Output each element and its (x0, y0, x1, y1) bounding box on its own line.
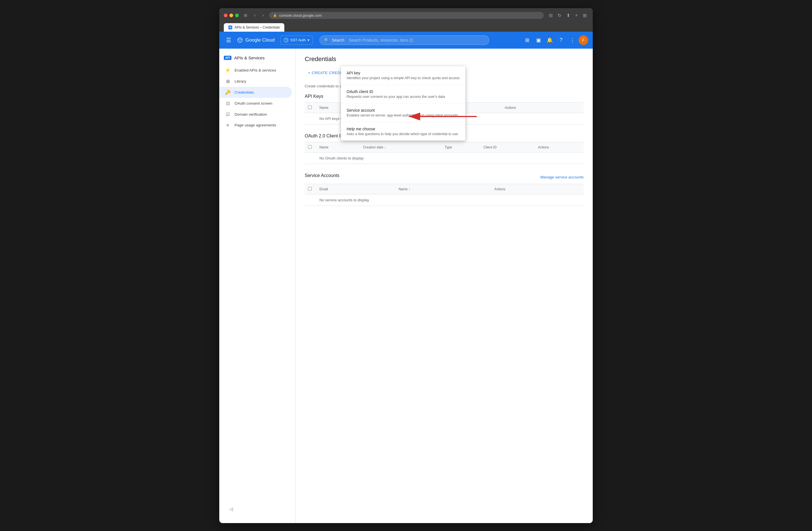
grid-button[interactable]: ⊞ (581, 12, 588, 19)
oauth-select-all[interactable] (308, 145, 312, 149)
dropdown-item-api-key[interactable]: API key Identifies your project using a … (341, 66, 465, 85)
service-accounts-table: Email Name ↑ Actions No service accounts… (305, 184, 584, 206)
api-keys-select-all[interactable] (308, 105, 312, 109)
back-button[interactable]: ‹ (252, 12, 257, 19)
gc-header: ☰ Google Cloud 👥 SST Auth ▾ 🔍 Search Sea… (219, 32, 593, 49)
header-actions: ⊞ ▣ 🔔 ? ⋮ F (522, 35, 588, 45)
main-content: Credentials + CREATE CREDENTIALS 🗑 DELET… (296, 49, 593, 523)
sidebar-item-label-page-usage: Page usage agreements (234, 123, 276, 127)
oauth-name-header: Name (316, 142, 360, 152)
sidebar-item-oauth[interactable]: ⊡ OAuth consent screen (219, 98, 292, 109)
sidebar-item-label-library: Library (234, 79, 246, 84)
google-cloud-logo-icon (237, 37, 243, 43)
search-bar[interactable]: 🔍 Search Search Products, resources, doc… (319, 35, 489, 45)
oauth-checkbox-header (305, 142, 316, 152)
collapse-sidebar-button[interactable]: ◁ (228, 505, 234, 513)
dropdown-item-oauth-client[interactable]: OAuth client ID Requests user consent so… (341, 85, 465, 103)
manage-service-accounts-link[interactable]: Manage service accounts (540, 175, 584, 179)
sa-empty-message: No service accounts to display (316, 194, 584, 206)
sidebar-item-enabled[interactable]: ⚡ Enabled APIs & services (219, 65, 292, 76)
sidebar-item-label-domain: Domain verification (234, 112, 267, 117)
share-button[interactable]: ⬆ (565, 12, 572, 19)
oauth-client-desc: Requests user consent so your app can ac… (347, 95, 460, 99)
api-badge: API (224, 56, 231, 60)
service-account-title: Service account (347, 108, 460, 113)
sidebar-title: APIs & Services (234, 55, 265, 60)
sidebar-item-label-credentials: Credentials (234, 90, 254, 94)
notifications-button[interactable]: 🔔 (545, 35, 555, 45)
oauth-creation-header: Creation date ↓ (360, 142, 441, 152)
api-key-title: API key (347, 71, 460, 75)
tab-favicon: G (228, 26, 232, 29)
apps-button[interactable]: ⊞ (522, 35, 532, 45)
more-options-button[interactable]: ⋮ (567, 35, 578, 45)
help-button[interactable]: ? (556, 35, 566, 45)
gc-logo[interactable]: Google Cloud (237, 37, 275, 43)
project-name: SST Auth (290, 38, 306, 42)
page-title: Credentials (305, 55, 584, 63)
sa-actions-header: Actions (491, 184, 584, 194)
search-icon: 🔍 (324, 38, 329, 42)
lock-icon: 🔒 (273, 14, 277, 17)
create-credentials-dropdown: API key Identifies your project using a … (341, 66, 465, 141)
search-placeholder: Search Products, resources, docs (/) (349, 38, 413, 42)
oauth-client-title: OAuth client ID (347, 89, 460, 94)
help-choose-title: Help me choose (347, 127, 460, 131)
new-tab-button[interactable]: + (574, 12, 579, 19)
tab-label: APIs & Services – Credentials (234, 26, 280, 29)
user-avatar[interactable]: F (579, 35, 588, 45)
api-key-desc: Identifies your project using a simple A… (347, 76, 460, 80)
active-tab[interactable]: G APIs & Services – Credentials (224, 23, 284, 32)
service-account-desc: Enables server-to-server, app-level auth… (347, 113, 460, 117)
project-dropdown-icon: ▾ (307, 38, 309, 42)
sidebar-toggle-button[interactable]: ⊞ (242, 12, 249, 19)
sa-email-header: Email (316, 184, 395, 194)
api-keys-actions-header: Actions (501, 102, 584, 113)
sa-select-all[interactable] (308, 187, 312, 191)
oauth-table: Name Creation date ↓ Type Client ID Acti… (305, 142, 584, 164)
oauth-type-header: Type (441, 142, 480, 152)
sa-empty-row: No service accounts to display (305, 194, 584, 206)
sidebar: API APIs & Services ⚡ Enabled APIs & ser… (219, 49, 296, 523)
library-icon: ⊞ (225, 78, 231, 84)
browser-actions: ⊟ ↻ ⬆ + ⊞ (547, 12, 588, 19)
maximize-button[interactable] (235, 14, 239, 17)
sidebar-item-label-oauth: OAuth consent screen (234, 101, 273, 105)
sidebar-item-label-enabled: Enabled APIs & services (234, 68, 276, 72)
service-accounts-section-title: Service Accounts (305, 173, 339, 178)
gc-logo-text: Google Cloud (245, 37, 275, 43)
close-button[interactable] (224, 14, 228, 17)
credentials-icon: 🔑 (225, 90, 231, 95)
page-usage-icon: ≡ (225, 123, 231, 128)
domain-icon: ☑ (225, 112, 231, 117)
oauth-client-id-header: Client ID (480, 142, 534, 152)
enabled-apis-icon: ⚡ (225, 68, 231, 73)
project-icon: 👥 (284, 38, 289, 43)
svg-point-0 (238, 38, 243, 42)
sidebar-item-domain[interactable]: ☑ Domain verification (219, 109, 292, 120)
oauth-actions-header: Actions (534, 142, 584, 152)
hamburger-menu-button[interactable]: ☰ (224, 34, 233, 46)
dropdown-item-service-account[interactable]: Service account Enables server-to-server… (341, 103, 465, 122)
forward-button[interactable]: › (261, 12, 265, 19)
minimize-button[interactable] (230, 14, 233, 17)
url-text: console.cloud.google.com (279, 13, 322, 17)
sidebar-header: API APIs & Services (219, 52, 295, 65)
sidebar-item-credentials[interactable]: 🔑 Credentials (219, 87, 292, 98)
cloud-shell-button[interactable]: ▣ (533, 35, 543, 45)
sidebar-item-page-usage[interactable]: ≡ Page usage agreements (219, 120, 292, 131)
dropdown-item-help-choose[interactable]: Help me choose Asks a few questions to h… (341, 122, 465, 141)
traffic-lights (224, 14, 239, 17)
service-accounts-header-row: Service Accounts Manage service accounts (305, 173, 584, 181)
reload-button[interactable]: ↻ (556, 12, 563, 19)
translate-button[interactable]: ⊟ (547, 12, 554, 19)
project-selector[interactable]: 👥 SST Auth ▾ (280, 35, 313, 45)
oauth-empty-row: No OAuth clients to display (305, 152, 584, 164)
sa-name-header: Name ↑ (395, 184, 491, 194)
sidebar-item-library[interactable]: ⊞ Library (219, 76, 292, 87)
address-bar[interactable]: 🔒 console.cloud.google.com (269, 12, 544, 19)
sa-checkbox-header (305, 184, 316, 194)
oauth-icon: ⊡ (225, 101, 231, 106)
oauth-empty-message: No OAuth clients to display (316, 152, 584, 164)
search-label: Search (332, 38, 344, 42)
